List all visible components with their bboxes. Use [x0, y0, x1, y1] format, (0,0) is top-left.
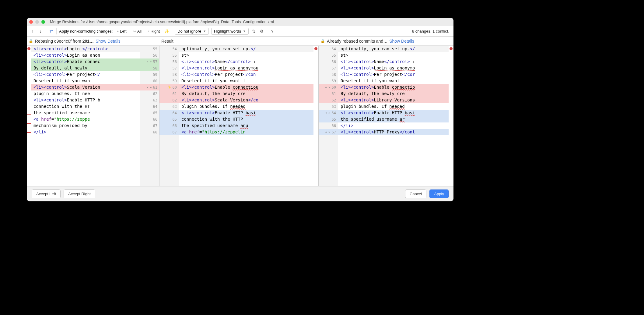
- error-marker-icon: !: [450, 47, 453, 50]
- highlight-mode-combo[interactable]: Highlight words▼: [211, 28, 249, 35]
- code-line: optionally, you can set up.</: [179, 46, 313, 52]
- line-number: 66: [153, 117, 157, 122]
- code-line: the specified username ar: [338, 116, 449, 122]
- apply-right-button[interactable]: «Right: [146, 28, 162, 34]
- code-line: By default, all newly: [31, 65, 140, 71]
- line-number: 66: [332, 124, 336, 128]
- titlebar: Merge Revisions for /Users/anna.gasparya…: [27, 18, 453, 26]
- code-line: <li><control>Enable HTTP basi: [179, 110, 313, 116]
- gear-icon[interactable]: ⚙: [259, 29, 264, 34]
- code-line: <li><control>Enable HTTP basi: [338, 110, 449, 116]
- code-line: connection with the HT: [31, 103, 140, 110]
- line-number: 57: [332, 66, 336, 70]
- middle-pane: 545556575859✨6061626364656667 optionally…: [159, 46, 319, 186]
- line-number: 59: [153, 73, 157, 77]
- zoom-icon[interactable]: [41, 20, 45, 24]
- line-number: 55: [153, 47, 157, 51]
- dismiss-icon[interactable]: ✕: [146, 60, 149, 64]
- left-code[interactable]: <li><control>Login…</control> <li><contr…: [31, 46, 140, 186]
- line-number: 60: [332, 85, 336, 90]
- apply-non-conflicting-label: Apply non-conflicting changes:: [59, 29, 113, 34]
- apply-button[interactable]: Apply: [429, 189, 449, 198]
- line-number: 55: [332, 53, 336, 58]
- dismiss-icon[interactable]: ✕: [328, 85, 331, 89]
- code-line: optionally, you can set up.</: [338, 46, 449, 52]
- dismiss-icon[interactable]: ✕: [328, 130, 331, 134]
- minimize-icon[interactable]: [35, 20, 39, 24]
- code-line: <li><control>Login as anonymo: [338, 65, 449, 71]
- mid-marker-strip: !: [313, 46, 318, 186]
- code-line: <a href="https://zeppe: [31, 116, 140, 122]
- line-number: 67: [173, 130, 177, 134]
- line-number: 67: [332, 130, 336, 134]
- code-line: st>: [179, 52, 313, 58]
- accept-right-button[interactable]: Accept Right: [64, 189, 95, 198]
- line-number: 64: [153, 104, 157, 109]
- apply-all-button[interactable]: »«All: [131, 28, 144, 34]
- dismiss-icon[interactable]: ✕: [146, 85, 149, 89]
- sync-scroll-icon[interactable]: ⇅: [251, 29, 257, 34]
- diff-panes: ! <li><control>Login…</control> <li><con…: [27, 46, 453, 186]
- code-line: <li><control>Per project</con: [179, 71, 313, 78]
- magic-resolve-icon[interactable]: ✨: [167, 85, 171, 89]
- close-icon[interactable]: [29, 20, 33, 24]
- merge-dialog-window: Merge Revisions for /Users/anna.gasparya…: [27, 18, 453, 201]
- code-line: connection with the HTTP: [179, 116, 313, 122]
- line-number: 58: [153, 66, 157, 70]
- right-marker-strip: !: [449, 46, 453, 186]
- apply-left-icon[interactable]: «: [325, 85, 327, 89]
- line-number: 61: [153, 85, 157, 90]
- lock-icon: 🔒: [320, 39, 325, 43]
- code-line: the specified username anu: [179, 122, 313, 129]
- code-line: <li><control>Per project</cor: [338, 71, 449, 78]
- right-gutter: 545556575859«✕60616263«✕646566«✕67: [319, 46, 338, 186]
- result-label: Result: [161, 39, 173, 44]
- next-diff-icon[interactable]: ↓: [38, 29, 43, 34]
- change-marker: [27, 123, 31, 124]
- code-line: </li>: [31, 129, 140, 135]
- line-number: 62: [153, 92, 157, 96]
- code-line: By default, the newly cre: [179, 90, 313, 97]
- help-icon[interactable]: ?: [270, 29, 275, 34]
- apply-right-icon[interactable]: »: [150, 60, 152, 64]
- code-line: <li><control>Enable connectiou: [179, 84, 313, 90]
- line-number: 64: [332, 111, 336, 115]
- line-number: 65: [173, 117, 177, 122]
- magic-resolve-icon[interactable]: ✨: [164, 29, 170, 34]
- line-number: 63: [173, 104, 177, 109]
- apply-left-icon[interactable]: «: [325, 111, 327, 115]
- compare-icon[interactable]: ⇄: [48, 29, 54, 34]
- right-pane-header: 🔒 Already rebased commits and… Show Deta…: [319, 37, 453, 45]
- cancel-button[interactable]: Cancel: [405, 189, 426, 198]
- line-number: 58: [332, 73, 336, 77]
- code-line: st>: [338, 52, 449, 58]
- code-line: Deselect it if you want: [338, 78, 449, 84]
- left-pane-header: 🔒 Rebasing d9ec4c0f from 201… Show Detai…: [27, 37, 159, 45]
- prev-diff-icon[interactable]: ↑: [30, 29, 35, 34]
- line-number: 61: [173, 92, 177, 96]
- code-line: plugin bundles. If needed: [179, 103, 313, 110]
- middle-code[interactable]: optionally, you can set up.</st> <li><co…: [179, 46, 313, 186]
- accept-left-button[interactable]: Accept Left: [32, 189, 61, 198]
- code-line: Deselect it if you wan: [31, 78, 140, 84]
- line-number: 57: [173, 66, 177, 70]
- show-details-link[interactable]: Show Details: [389, 39, 414, 44]
- error-marker-icon: !: [314, 47, 317, 50]
- code-line: By default, the newly cre: [338, 90, 449, 97]
- left-header-text: Rebasing d9ec4c0f from 201…: [35, 39, 94, 44]
- line-number: 60: [173, 85, 177, 90]
- code-line: <li><control>Enable connec: [31, 58, 140, 65]
- apply-left-icon[interactable]: «: [325, 130, 327, 134]
- apply-left-button[interactable]: »Left: [115, 28, 128, 34]
- left-marker-strip: !: [27, 46, 31, 186]
- apply-right-icon[interactable]: »: [150, 85, 152, 89]
- line-number: 56: [173, 60, 177, 64]
- right-code[interactable]: optionally, you can set up.</st> <li><co…: [338, 46, 449, 186]
- line-number: 56: [332, 60, 336, 64]
- ignore-whitespace-combo[interactable]: Do not ignore▼: [175, 28, 209, 35]
- code-line: <li><control>Enable connectio: [338, 84, 449, 90]
- show-details-link[interactable]: Show Details: [96, 39, 121, 44]
- dismiss-icon[interactable]: ✕: [328, 111, 331, 115]
- code-line: plugin bundles. If nee: [31, 90, 140, 97]
- line-number: 67: [153, 124, 157, 128]
